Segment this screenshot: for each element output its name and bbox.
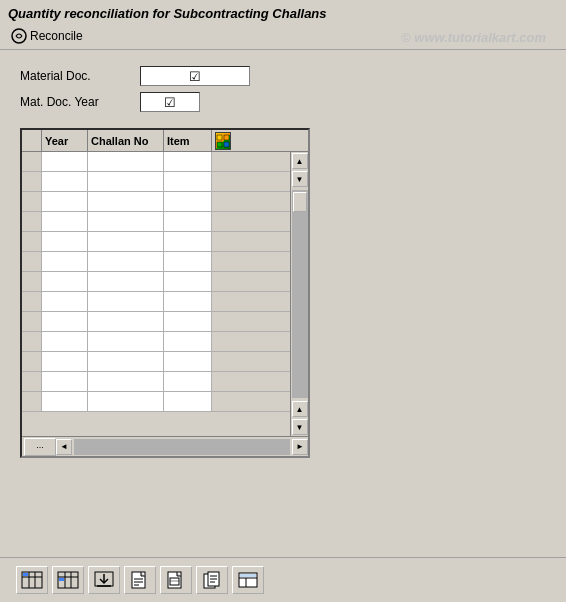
table-row bbox=[22, 372, 290, 392]
table-row bbox=[22, 292, 290, 312]
table2-icon bbox=[57, 571, 79, 589]
cell-item bbox=[164, 292, 212, 311]
svg-rect-4 bbox=[224, 142, 229, 147]
cell-challan bbox=[88, 192, 164, 211]
cell-item bbox=[164, 312, 212, 331]
cell-sel bbox=[22, 292, 42, 311]
btn-table2[interactable] bbox=[52, 566, 84, 594]
svg-rect-3 bbox=[217, 142, 222, 147]
cell-challan bbox=[88, 372, 164, 391]
cell-year bbox=[42, 272, 88, 291]
grid-bottom-bar: ··· ◄ ► bbox=[22, 436, 308, 456]
main-content: Material Doc. ☑ Mat. Doc. Year ☑ Year Ch… bbox=[0, 50, 566, 557]
page-title: Quantity reconciliation for Subcontracti… bbox=[8, 6, 327, 21]
cell-item bbox=[164, 332, 212, 351]
cell-item bbox=[164, 252, 212, 271]
page-icon bbox=[129, 571, 151, 589]
grid-settings-icon[interactable] bbox=[215, 132, 231, 150]
cell-sel bbox=[22, 252, 42, 271]
cell-challan bbox=[88, 272, 164, 291]
reconcile-label: Reconcile bbox=[30, 29, 83, 43]
table-row bbox=[22, 272, 290, 292]
cell-year bbox=[42, 332, 88, 351]
cell-item bbox=[164, 392, 212, 411]
cell-challan bbox=[88, 232, 164, 251]
cell-item bbox=[164, 352, 212, 371]
page3-icon bbox=[201, 571, 223, 589]
grid-corner-button[interactable]: ··· bbox=[24, 438, 56, 456]
table-row bbox=[22, 352, 290, 372]
cell-item bbox=[164, 232, 212, 251]
table-row bbox=[22, 172, 290, 192]
table-row bbox=[22, 232, 290, 252]
scroll-down2-button[interactable]: ▲ bbox=[292, 401, 308, 417]
reconcile-button[interactable]: Reconcile bbox=[8, 27, 86, 45]
material-doc-label: Material Doc. bbox=[20, 69, 140, 83]
cell-year bbox=[42, 292, 88, 311]
cell-item bbox=[164, 212, 212, 231]
cell-year bbox=[42, 372, 88, 391]
mat-doc-year-input[interactable]: ☑ bbox=[140, 92, 200, 112]
scroll-thumb[interactable] bbox=[293, 192, 307, 212]
svg-rect-2 bbox=[224, 135, 229, 140]
mat-doc-year-row: Mat. Doc. Year ☑ bbox=[20, 92, 546, 112]
col-header-challan: Challan No bbox=[88, 130, 164, 151]
col-header-sel bbox=[22, 130, 42, 151]
scroll-down3-button[interactable]: ▼ bbox=[292, 419, 308, 435]
reconcile-icon bbox=[11, 28, 27, 44]
horiz-scroll-track[interactable] bbox=[74, 439, 290, 455]
cell-year bbox=[42, 252, 88, 271]
table-row bbox=[22, 332, 290, 352]
grid-vertical-scrollbar[interactable]: ▲ ▼ ▲ ▼ bbox=[290, 152, 308, 436]
col-header-item: Item bbox=[164, 130, 212, 151]
scroll-up-button[interactable]: ▲ bbox=[292, 153, 308, 169]
table-row bbox=[22, 192, 290, 212]
cell-challan bbox=[88, 312, 164, 331]
cell-sel bbox=[22, 352, 42, 371]
svg-rect-1 bbox=[217, 135, 222, 140]
cell-year bbox=[42, 212, 88, 231]
material-doc-input[interactable]: ☑ bbox=[140, 66, 250, 86]
cell-challan bbox=[88, 392, 164, 411]
col-header-settings[interactable] bbox=[212, 130, 234, 151]
cell-year bbox=[42, 192, 88, 211]
cell-item bbox=[164, 172, 212, 191]
cell-sel bbox=[22, 172, 42, 191]
cell-sel bbox=[22, 152, 42, 171]
cell-year bbox=[42, 312, 88, 331]
cell-challan bbox=[88, 152, 164, 171]
scroll-left-button[interactable]: ◄ bbox=[56, 439, 72, 455]
mat-doc-year-label: Mat. Doc. Year bbox=[20, 95, 140, 109]
btn-download[interactable] bbox=[88, 566, 120, 594]
grid-rows bbox=[22, 152, 290, 436]
scroll-down-button[interactable]: ▼ bbox=[292, 171, 308, 187]
page2-icon bbox=[165, 571, 187, 589]
svg-rect-9 bbox=[23, 573, 28, 576]
scroll-right-button[interactable]: ► bbox=[292, 439, 308, 455]
table-row bbox=[22, 152, 290, 172]
table-icon bbox=[21, 571, 43, 589]
svg-point-0 bbox=[12, 29, 26, 43]
cell-year bbox=[42, 152, 88, 171]
cell-sel bbox=[22, 392, 42, 411]
cell-sel bbox=[22, 272, 42, 291]
cell-sel bbox=[22, 232, 42, 251]
btn-page2[interactable] bbox=[160, 566, 192, 594]
btn-page3[interactable] bbox=[196, 566, 228, 594]
btn-page1[interactable] bbox=[124, 566, 156, 594]
download-icon bbox=[93, 571, 115, 589]
scroll-track[interactable] bbox=[292, 190, 308, 398]
bottom-toolbar bbox=[0, 557, 566, 602]
svg-rect-14 bbox=[59, 578, 64, 581]
page4-icon bbox=[237, 571, 259, 589]
mat-doc-year-check: ☑ bbox=[164, 95, 176, 110]
cell-year bbox=[42, 352, 88, 371]
cell-sel bbox=[22, 192, 42, 211]
main-toolbar: Reconcile bbox=[0, 25, 566, 50]
cell-challan bbox=[88, 172, 164, 191]
title-bar: Quantity reconciliation for Subcontracti… bbox=[0, 0, 566, 25]
cell-sel bbox=[22, 212, 42, 231]
btn-table1[interactable] bbox=[16, 566, 48, 594]
btn-page4[interactable] bbox=[232, 566, 264, 594]
material-doc-check: ☑ bbox=[189, 69, 201, 84]
